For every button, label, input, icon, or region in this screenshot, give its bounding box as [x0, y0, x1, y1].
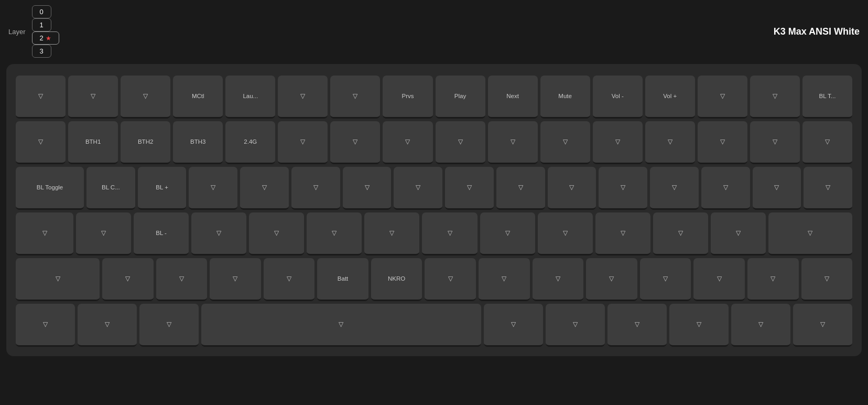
key[interactable]: MCtl	[173, 76, 223, 119]
device-name: K3 Max ANSI White	[774, 26, 860, 37]
layer-label: Layer	[8, 28, 26, 36]
key[interactable]: ▽	[121, 76, 170, 119]
key[interactable]: ▽	[540, 121, 590, 164]
key[interactable]: ▽	[16, 212, 73, 255]
key[interactable]: ▽	[804, 167, 852, 210]
key[interactable]: ▽	[653, 212, 708, 255]
key[interactable]: ▽	[711, 212, 766, 255]
key[interactable]: Prvs	[383, 76, 432, 119]
key[interactable]: ▽	[16, 304, 75, 347]
key[interactable]: ▽	[488, 121, 538, 164]
key[interactable]: ▽	[16, 258, 100, 301]
key[interactable]: ▽	[669, 304, 729, 347]
key[interactable]: Play	[436, 76, 485, 119]
key[interactable]: ▽	[480, 212, 535, 255]
key[interactable]: ▽	[139, 304, 199, 347]
key[interactable]: ▽	[640, 258, 691, 301]
key[interactable]: 2.4G	[225, 121, 275, 164]
key[interactable]: ▽	[802, 121, 852, 164]
key[interactable]: ▽	[768, 212, 852, 255]
layer-btn-2[interactable]: 2★	[32, 31, 59, 45]
key[interactable]: ▽	[278, 121, 328, 164]
key[interactable]: ▽	[364, 212, 419, 255]
key[interactable]: ▽	[586, 258, 637, 301]
key[interactable]: ▽	[650, 167, 699, 210]
key-row: ▽BTH1BTH2BTH32.4G▽▽▽▽▽▽▽▽▽▽▽	[16, 121, 852, 164]
key[interactable]: NKRO	[371, 258, 422, 301]
layer-btn-0[interactable]: 0	[32, 5, 51, 18]
key[interactable]: ▽	[422, 212, 477, 255]
key[interactable]: BL T...	[802, 76, 852, 119]
key[interactable]: ▽	[484, 304, 543, 347]
key[interactable]: ▽	[307, 212, 362, 255]
key[interactable]: BTH3	[173, 121, 223, 164]
key[interactable]: Vol -	[593, 76, 643, 119]
key[interactable]: ▽	[593, 121, 643, 164]
key[interactable]: ▽	[750, 76, 800, 119]
key[interactable]: ▽	[645, 121, 695, 164]
key[interactable]: ▽	[291, 167, 340, 210]
key[interactable]: BL Toggle	[16, 167, 84, 210]
star-icon: ★	[46, 35, 51, 42]
key[interactable]: ▽	[436, 121, 485, 164]
key[interactable]: ▽	[546, 304, 605, 347]
key[interactable]: BTH1	[68, 121, 118, 164]
layer-btn-3[interactable]: 3	[32, 45, 51, 58]
key[interactable]: ▽	[383, 121, 432, 164]
key[interactable]: ▽	[156, 258, 208, 301]
key[interactable]: ▽	[698, 121, 747, 164]
layer-section: Layer 012★3	[8, 5, 59, 58]
key[interactable]: ▽	[425, 258, 476, 301]
key[interactable]: ▽	[76, 212, 131, 255]
key[interactable]: ▽	[753, 167, 801, 210]
key[interactable]: ▽	[16, 76, 66, 119]
key[interactable]: ▽	[693, 258, 745, 301]
key[interactable]: ▽	[747, 258, 799, 301]
key[interactable]: ▽	[750, 121, 800, 164]
key[interactable]: ▽	[210, 258, 261, 301]
key[interactable]: ▽	[533, 258, 584, 301]
key[interactable]: BTH2	[121, 121, 170, 164]
key[interactable]: Batt	[317, 258, 368, 301]
key-row: ▽▽BL -▽▽▽▽▽▽▽▽▽▽▽	[16, 212, 852, 255]
key[interactable]: Next	[488, 76, 538, 119]
key[interactable]: ▽	[343, 167, 392, 210]
key[interactable]: ▽	[801, 258, 853, 301]
key[interactable]: ▽	[201, 304, 481, 347]
key[interactable]: ▽	[701, 167, 750, 210]
key[interactable]: ▽	[445, 167, 494, 210]
key[interactable]: ▽	[731, 304, 790, 347]
key[interactable]: ▽	[78, 304, 137, 347]
key-row: ▽▽▽MCtlLau...▽▽PrvsPlayNextMuteVol -Vol …	[16, 76, 852, 119]
key-row: ▽▽▽▽▽BattNKRO▽▽▽▽▽▽▽▽	[16, 258, 852, 301]
key[interactable]: ▽	[599, 167, 647, 210]
key[interactable]: ▽	[479, 258, 530, 301]
key[interactable]: BL -	[134, 212, 189, 255]
key[interactable]: ▽	[394, 167, 442, 210]
layer-btn-1[interactable]: 1	[32, 18, 51, 31]
key[interactable]: ▽	[249, 212, 304, 255]
key[interactable]: Vol +	[645, 76, 695, 119]
key[interactable]: ▽	[278, 76, 328, 119]
key[interactable]: ▽	[548, 167, 596, 210]
key[interactable]: ▽	[191, 212, 246, 255]
key[interactable]: ▽	[496, 167, 545, 210]
header: Layer 012★3 K3 Max ANSI White	[0, 0, 868, 62]
key[interactable]: ▽	[189, 167, 237, 210]
key[interactable]: ▽	[538, 212, 593, 255]
key[interactable]: ▽	[330, 76, 380, 119]
key[interactable]: ▽	[102, 258, 154, 301]
key[interactable]: ▽	[595, 212, 650, 255]
key[interactable]: ▽	[16, 121, 66, 164]
key[interactable]: ▽	[607, 304, 667, 347]
key[interactable]: BL +	[138, 167, 187, 210]
key[interactable]: ▽	[330, 121, 380, 164]
key[interactable]: BL C...	[86, 167, 135, 210]
key[interactable]: ▽	[240, 167, 289, 210]
key[interactable]: ▽	[264, 258, 315, 301]
key[interactable]: ▽	[68, 76, 118, 119]
key[interactable]: Mute	[540, 76, 590, 119]
key[interactable]: ▽	[793, 304, 852, 347]
key[interactable]: Lau...	[225, 76, 275, 119]
key[interactable]: ▽	[698, 76, 747, 119]
